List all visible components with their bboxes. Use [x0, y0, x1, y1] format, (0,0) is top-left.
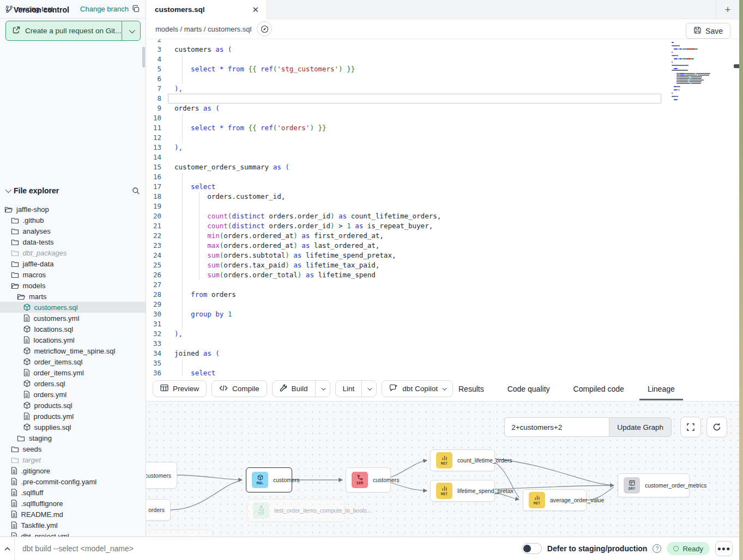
file-tree-item[interactable]: .sqlfluff [0, 487, 146, 498]
lineage-node-stg_customers[interactable]: MDLstg_customers [146, 462, 177, 489]
code-line[interactable]: 31 [146, 319, 672, 329]
lineage-node[interactable] [146, 529, 213, 537]
code-line[interactable]: 15customer_orders_summary as ( [146, 162, 672, 172]
file-tree-item[interactable]: jaffle-data [0, 258, 146, 269]
file-tree-item[interactable]: marts [0, 291, 146, 302]
file-tree-item[interactable]: .gitignore [0, 465, 146, 476]
file-tree-item[interactable]: customers.yml [0, 313, 146, 324]
update-graph-button[interactable]: Update Graph [609, 417, 672, 437]
code-line[interactable]: 7), [146, 84, 672, 94]
file-tree-item[interactable]: metricflow_time_spine.sql [0, 345, 146, 356]
code-line[interactable]: 30 group by 1 [146, 309, 672, 319]
lineage-node-count_lifetime_orders[interactable]: METcount_lifetime_orders [430, 449, 495, 471]
tab-lineage[interactable]: Lineage [646, 376, 676, 401]
save-button[interactable]: Save [686, 23, 730, 39]
expand-command-panel-icon[interactable] [0, 537, 15, 560]
code-line[interactable]: 18 orders.customer_id, [146, 192, 672, 202]
new-tab-button[interactable]: + [716, 0, 739, 19]
code-line[interactable]: 14 [146, 153, 672, 162]
code-line[interactable]: 16 [146, 172, 672, 182]
lint-button[interactable]: Lint [335, 380, 377, 397]
minimap[interactable] [672, 42, 733, 101]
sidebar-scrollbar[interactable] [142, 47, 145, 68]
file-tree-item[interactable]: locations.sql [0, 324, 146, 334]
code-line[interactable]: 33 [146, 339, 672, 349]
file-tree-item[interactable]: Taskfile.yml [0, 520, 146, 531]
code-line[interactable]: 23 max(orders.ordered_at) as last_ordere… [146, 241, 672, 251]
file-tree-item[interactable]: products.yml [0, 411, 146, 422]
lineage-node-test_order_items_compute_to_bools-[interactable]: TSTtest_order_items_compute_to_bools... [247, 499, 345, 522]
code-line[interactable]: 26 sum(orders.order_total) as lifetime_s… [146, 270, 672, 280]
lineage-node-customer_order_metrics[interactable]: QRYcustomer_order_metrics [618, 473, 690, 497]
explore-compass-icon[interactable] [257, 21, 272, 36]
lineage-node-lifetime_spend_pretax[interactable]: METlifetime_spend_pretax [430, 480, 495, 502]
file-tree-item[interactable]: macros [0, 269, 146, 280]
copy-icon[interactable] [132, 5, 140, 13]
code-line[interactable]: 5 select * from {{ ref('stg_customers') … [146, 64, 672, 74]
code-editor[interactable]: 1with23customers as (45 select * from {{… [146, 39, 739, 376]
code-line[interactable]: 13), [146, 143, 672, 153]
lint-dropdown-caret[interactable] [361, 381, 376, 397]
more-options-button[interactable]: ●●● [715, 541, 733, 556]
file-tree-item[interactable]: supplies.sql [0, 422, 146, 433]
tab-compiled-code[interactable]: Compiled code [572, 376, 626, 401]
code-line[interactable]: 10 [146, 113, 672, 123]
code-line[interactable]: 36 select [146, 368, 672, 376]
file-tree-item[interactable]: staging [0, 433, 146, 443]
code-line[interactable]: 3customers as ( [146, 45, 672, 54]
file-tree-item[interactable]: data-tests [0, 236, 146, 247]
build-dropdown-caret[interactable] [315, 381, 330, 397]
code-line[interactable]: 21 count(distinct orders.order_id) > 1 a… [146, 221, 672, 231]
lineage-node-customers[interactable]: SEMcustomers [346, 467, 391, 492]
file-tree-item[interactable]: .sqlfluffignore [0, 498, 146, 509]
file-tree-item[interactable]: .pre-commit-config.yaml [0, 476, 146, 487]
create-pr-button[interactable]: Create a pull request on Git... [5, 21, 141, 41]
code-line[interactable]: 9orders as ( [146, 104, 672, 113]
help-icon[interactable]: ? [653, 544, 661, 553]
tab-results[interactable]: Results [457, 376, 486, 401]
file-tree-item[interactable]: README.md [0, 509, 146, 520]
defer-toggle[interactable] [522, 543, 542, 554]
lineage-node-orders[interactable]: MDLorders [146, 499, 171, 521]
code-line[interactable]: 4 [146, 54, 672, 64]
code-line[interactable]: 2 [146, 39, 672, 45]
pr-dropdown-caret[interactable] [122, 21, 140, 40]
change-branch-link[interactable]: Change branch [80, 5, 129, 13]
code-line[interactable]: 20 count(distinct orders.order_id) as co… [146, 211, 672, 221]
file-tree-item[interactable]: products.sql [0, 400, 146, 411]
editor-scrollbar-thumb[interactable] [734, 64, 739, 68]
file-tree-item[interactable]: orders.yml [0, 389, 146, 400]
file-tree-item[interactable]: target [0, 454, 146, 465]
code-line[interactable]: 11 select * from {{ ref('orders') }} [146, 123, 672, 133]
lineage-selector-input[interactable] [504, 417, 609, 437]
code-line[interactable]: 25 sum(orders.tax_paid) as lifetime_tax_… [146, 260, 672, 270]
code-line[interactable]: 24 sum(orders.subtotal) as lifetime_spen… [146, 251, 672, 260]
code-line[interactable]: 8 [146, 94, 672, 104]
code-line[interactable]: 28 from orders [146, 290, 672, 300]
code-line[interactable]: 34joined as ( [146, 349, 672, 358]
code-line[interactable]: 6 [146, 74, 672, 84]
code-line[interactable]: 12 [146, 133, 672, 143]
fullscreen-button[interactable] [680, 417, 701, 437]
code-line[interactable]: 19 [146, 202, 672, 211]
lineage-node-customers[interactable]: MDLcustomers [246, 467, 292, 492]
file-explorer-header[interactable]: File explorer [0, 181, 146, 200]
file-tree-item[interactable]: models [0, 280, 146, 291]
command-input[interactable] [15, 537, 522, 560]
file-tree-item[interactable]: .github [0, 215, 146, 226]
code-line[interactable]: 32), [146, 329, 672, 339]
code-line[interactable]: 22 min(orders.ordered_at) as first_order… [146, 231, 672, 241]
dbt-copilot-button[interactable]: dbt Copilot [382, 380, 453, 397]
lineage-node-average_order_value[interactable]: METaverage_order_value [523, 489, 587, 511]
file-tree-item[interactable]: dbt_project.yml [0, 531, 146, 537]
lineage-canvas[interactable]: MDLstg_customersMDLordersMDLcustomersTST… [146, 401, 739, 537]
code-line[interactable]: 17 select [146, 182, 672, 192]
code-area[interactable]: 1with23customers as (45 select * from {{… [146, 39, 672, 376]
build-button[interactable]: Build [272, 380, 330, 397]
tab-code-quality[interactable]: Code quality [506, 376, 552, 401]
file-tree-item[interactable]: customers.sql [0, 302, 146, 313]
file-tree-item[interactable]: order_items.sql [0, 356, 146, 367]
file-tree-item[interactable]: orders.sql [0, 378, 146, 389]
file-tree-item[interactable]: dbt_packages [0, 247, 146, 258]
close-icon[interactable]: ✕ [252, 5, 259, 14]
